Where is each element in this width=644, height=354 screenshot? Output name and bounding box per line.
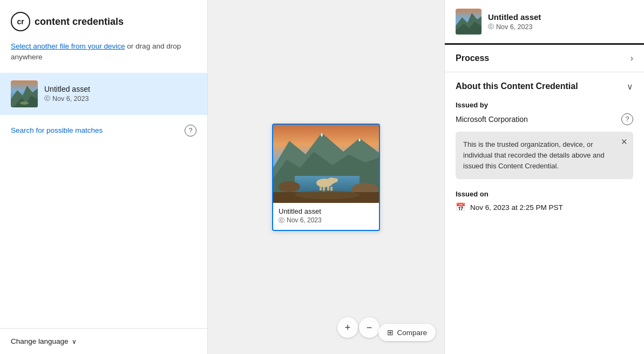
file-select-text: Select another file from your device or … — [11, 41, 196, 63]
asset-list-item[interactable]: Untitled asset ⓒ Nov 6, 2023 — [0, 73, 207, 115]
svg-rect-19 — [330, 187, 333, 191]
zoom-in-button[interactable]: + — [337, 317, 358, 338]
main-image-svg — [273, 125, 380, 203]
sidebar: cr content credentials Select another fi… — [0, 0, 208, 354]
right-panel: Untitled asset ⓒ Nov 6, 2023 Process › A… — [444, 0, 644, 354]
svg-rect-16 — [320, 186, 322, 190]
issued-on-label: Issued on — [456, 190, 633, 198]
center-canvas: Untitled asset ⓒ Nov 6, 2023 + − ⊞ Compa… — [208, 0, 444, 354]
issuer-help-icon[interactable]: ? — [621, 113, 633, 125]
asset-thumbnail — [11, 80, 38, 107]
select-file-link[interactable]: Select another file from your device — [11, 42, 125, 50]
issued-by-label: Issued by — [456, 101, 633, 109]
process-section-header[interactable]: Process › — [456, 53, 633, 63]
compare-icon: ⊞ — [387, 328, 394, 337]
asset-date: ⓒ Nov 6, 2023 — [44, 94, 196, 103]
right-asset-info: Untitled asset ⓒ Nov 6, 2023 — [488, 12, 633, 31]
issued-by-row: Microsoft Corporation ? — [456, 113, 633, 125]
issued-on-date: Nov 6, 2023 at 2:25 PM PST — [470, 203, 563, 212]
image-card-footer: Untitled asset ⓒ Nov 6, 2023 — [273, 203, 379, 230]
zoom-controls: + − — [337, 317, 379, 338]
right-thumb-svg — [456, 9, 482, 35]
cr-logo-icon: cr — [11, 12, 30, 31]
image-card: Untitled asset ⓒ Nov 6, 2023 — [272, 124, 380, 231]
right-asset-date: ⓒ Nov 6, 2023 — [488, 23, 633, 31]
logo-area: cr content credentials — [11, 12, 196, 31]
card-asset-name: Untitled asset — [279, 207, 374, 215]
svg-point-5 — [20, 101, 29, 105]
issued-on-row: 📅 Nov 6, 2023 at 2:25 PM PST — [456, 202, 633, 212]
zoom-out-button[interactable]: − — [359, 317, 379, 338]
sidebar-footer: Change language ∨ — [0, 328, 207, 354]
chevron-down-icon: ∨ — [72, 338, 77, 345]
search-matches-link[interactable]: Search for possible matches — [11, 126, 103, 134]
svg-point-22 — [295, 190, 360, 199]
about-chevron-down-icon: ∨ — [627, 81, 633, 92]
process-section: Process › — [445, 45, 644, 72]
image-card-image — [273, 125, 380, 203]
compare-button[interactable]: ⊞ Compare — [378, 324, 436, 341]
about-title: About this Content Credential — [456, 81, 578, 92]
tooltip-text: This is the trusted organization, device… — [463, 139, 614, 172]
calendar-icon: 📅 — [456, 202, 466, 212]
search-matches-area: Search for possible matches ? — [0, 115, 207, 146]
search-help-icon[interactable]: ? — [185, 125, 196, 137]
svg-rect-18 — [327, 186, 329, 190]
svg-point-20 — [333, 178, 338, 182]
card-asset-date: ⓒ Nov 6, 2023 — [279, 216, 374, 224]
tooltip-close-button[interactable]: ✕ — [621, 137, 628, 147]
asset-thumb-svg — [11, 80, 38, 107]
about-section: About this Content Credential ∨ Issued b… — [445, 72, 644, 221]
asset-name: Untitled asset — [44, 85, 196, 93]
card-cr-icon: ⓒ — [279, 216, 284, 224]
svg-point-12 — [279, 181, 300, 192]
change-language-button[interactable]: Change language ∨ — [11, 337, 196, 345]
issuer-name: Microsoft Corporation — [456, 115, 528, 124]
asset-info: Untitled asset ⓒ Nov 6, 2023 — [44, 85, 196, 103]
right-cr-icon: ⓒ — [488, 23, 494, 31]
app-name: content credentials — [35, 16, 124, 28]
sidebar-header: cr content credentials Select another fi… — [0, 0, 207, 73]
cr-icon-small: ⓒ — [44, 94, 50, 103]
about-section-header[interactable]: About this Content Credential ∨ — [456, 81, 633, 92]
process-title: Process — [456, 53, 489, 63]
svg-text:cr: cr — [17, 17, 24, 26]
process-chevron-right-icon: › — [631, 53, 633, 63]
right-asset-name: Untitled asset — [488, 12, 633, 22]
right-panel-header: Untitled asset ⓒ Nov 6, 2023 — [445, 0, 644, 45]
issuer-tooltip: This is the trusted organization, device… — [456, 132, 633, 179]
right-asset-thumbnail — [456, 9, 482, 35]
